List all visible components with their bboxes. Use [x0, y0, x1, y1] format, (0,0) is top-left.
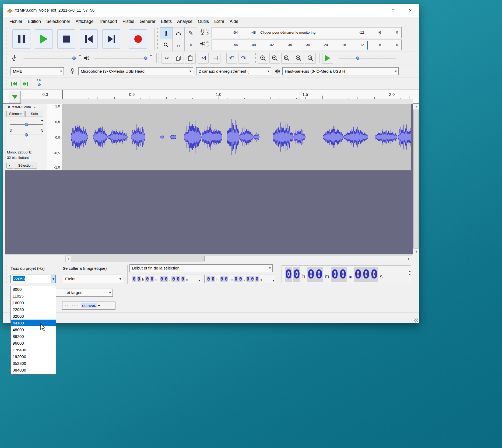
menu-selectionner[interactable]: Sélectionner [44, 18, 73, 25]
track-mute-button[interactable]: Silencer [6, 111, 24, 117]
draw-tool-button[interactable]: ✎ [185, 27, 197, 39]
menu-extra[interactable]: Extra [212, 18, 227, 25]
rate-option[interactable]: 16000 [11, 299, 56, 306]
chevron-down-icon[interactable]: ▾ [51, 275, 55, 283]
minimize-button[interactable]: — [367, 4, 384, 17]
cut-button[interactable]: ✂ [161, 53, 172, 64]
rate-option[interactable]: 32000 [11, 313, 56, 320]
track-solo-button[interactable]: Solo [25, 111, 43, 117]
zoom-selection-button[interactable] [281, 53, 292, 64]
field-format-icon[interactable]: ▾ [273, 279, 274, 282]
play-speed-thumb[interactable] [356, 57, 359, 60]
toolbar-grip[interactable] [6, 66, 6, 76]
vertical-scroll-thumb[interactable] [413, 110, 419, 248]
track-gain-thumb[interactable] [25, 123, 28, 126]
trim-audio-button[interactable] [198, 53, 209, 64]
scroll-down-icon[interactable]: ▾ [413, 249, 420, 254]
audio-host-combo[interactable]: MME▾ [10, 67, 64, 75]
recording-device-combo[interactable]: Microphone (3- C-Media USB Head▾ [78, 67, 193, 75]
scroll-right-icon[interactable]: ▸ [406, 256, 412, 262]
scrub-button[interactable] [9, 79, 19, 89]
track-select-button[interactable]: Sélection [14, 163, 37, 169]
maximize-button[interactable]: □ [384, 4, 402, 17]
scrub-ruler[interactable] [21, 99, 413, 104]
input-volume-slider[interactable] [23, 58, 77, 58]
selection-tool-button[interactable]: I [160, 27, 172, 39]
toolbar-grip[interactable] [159, 53, 159, 63]
horizontal-scrollbar[interactable]: ◂ ▸ [65, 256, 412, 262]
menu-outils[interactable]: Outils [195, 18, 212, 25]
playhead-pointer-box[interactable] [9, 91, 21, 103]
timeline-ruler[interactable]: 0,0 0,5 1,0 1,5 2,0 [3, 90, 419, 104]
menu-effets[interactable]: Effets [158, 18, 174, 25]
record-button[interactable] [129, 29, 147, 49]
waveform-canvas[interactable] [62, 104, 411, 170]
field-format-icon[interactable]: ▾ [198, 279, 200, 282]
spectral-frequency-field[interactable]: - - , - - - octaves ▾ [62, 302, 115, 310]
record-meter[interactable]: -54 -48 Cliquer pour démarrer le monitor… [212, 27, 402, 38]
zoom-tool-button[interactable] [160, 39, 172, 51]
rate-option[interactable]: 44100 [11, 320, 56, 326]
project-rate-combo[interactable]: 22050 ▾ [10, 275, 56, 283]
toolbar-grip[interactable] [6, 53, 6, 63]
zoom-out-button[interactable] [269, 53, 280, 64]
stop-button[interactable] [57, 29, 75, 49]
playback-device-combo[interactable]: Haut-parleurs (3- C-Media USB H▾ [282, 67, 399, 75]
selection-mode-combo[interactable]: Début et fin de la sélection▾ [129, 264, 273, 272]
zoom-toggle-button[interactable] [305, 53, 316, 64]
playhead-triangle-icon[interactable] [12, 95, 18, 99]
menu-analyse[interactable]: Analyse [174, 18, 195, 25]
silence-audio-button[interactable] [210, 53, 220, 64]
selection-end-field[interactable]: 00h00m00.000s ▾ [204, 275, 275, 283]
play-meter[interactable]: -54 -48 -42 -36 -30 -24 -18 -12 -6 0 [212, 40, 402, 50]
output-volume-slider[interactable] [94, 58, 148, 58]
rate-option[interactable]: 22050 [11, 306, 56, 313]
menu-generer[interactable]: Générer [137, 18, 158, 25]
rate-option[interactable]: 48000 [11, 326, 56, 333]
resize-grip[interactable] [414, 318, 418, 322]
track-title-menu[interactable]: ttsMP3.com_ ▼ [12, 105, 46, 110]
scroll-up-icon[interactable]: ▴ [413, 104, 420, 109]
toolbar-grip[interactable] [6, 28, 6, 49]
audio-position-display[interactable]: 00h00m00.000s ▴▾ [282, 265, 411, 283]
track-pan-thumb[interactable] [25, 133, 28, 136]
titlebar[interactable]: ttsMP3.com_VoiceText_2021-5-8_11_57_56 —… [3, 4, 419, 17]
input-volume-thumb[interactable] [72, 57, 76, 60]
track-close-button[interactable]: ✕ [7, 105, 11, 109]
rate-option[interactable]: 8000 [11, 286, 56, 293]
spectral-unit[interactable]: octaves [81, 303, 97, 308]
rate-option[interactable]: 11025 [11, 293, 56, 299]
undo-button[interactable]: ↶ [226, 53, 237, 64]
toolbar-grip[interactable] [6, 79, 6, 89]
rate-option[interactable]: 352800 [11, 360, 56, 367]
recording-channels-combo[interactable]: 2 canaux d’enregistrement (▾ [196, 67, 271, 75]
skip-to-start-button[interactable] [80, 29, 98, 49]
rate-option[interactable]: 96000 [11, 340, 56, 346]
redo-button[interactable]: ↷ [238, 53, 249, 64]
horizontal-scroll-thumb[interactable] [71, 256, 205, 261]
pause-button[interactable] [12, 29, 30, 49]
rate-option[interactable]: 192000 [11, 353, 56, 360]
snap-to-combo[interactable]: Éteint▾ [63, 275, 123, 283]
rate-option[interactable]: 176400 [11, 346, 56, 353]
menu-fichier[interactable]: Fichier [7, 18, 25, 25]
play-at-speed-button[interactable] [322, 53, 333, 64]
rate-option[interactable]: 88200 [11, 333, 56, 340]
toolbar-grip[interactable] [157, 28, 158, 50]
waveform-clip[interactable] [62, 104, 411, 170]
output-volume-thumb[interactable] [144, 57, 147, 60]
track-collapse-button[interactable]: ▲ [6, 163, 13, 169]
multi-tool-button[interactable]: ✳ [185, 39, 197, 51]
skip-to-end-button[interactable] [102, 29, 120, 49]
paste-button[interactable] [185, 53, 196, 64]
toolbar-grip[interactable] [255, 53, 256, 63]
play-button[interactable] [35, 29, 53, 49]
menu-pistes[interactable]: Pistes [120, 18, 137, 25]
scrub-speed-thumb[interactable] [38, 83, 41, 86]
menu-aide[interactable]: Aide [227, 18, 241, 25]
menu-transport[interactable]: Transport [96, 18, 120, 25]
copy-button[interactable] [173, 53, 184, 64]
play-speed-slider[interactable] [339, 58, 396, 58]
envelope-tool-button[interactable] [172, 27, 185, 39]
position-spinner[interactable]: ▴▾ [409, 270, 410, 276]
